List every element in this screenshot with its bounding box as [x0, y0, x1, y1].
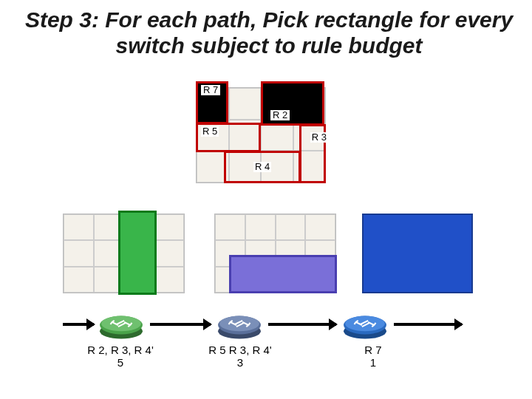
rect-r7-label: R 7	[201, 85, 220, 95]
switch-3-count: 1	[329, 356, 417, 369]
arrow-4	[394, 323, 462, 326]
switch-2-label: R 5 R 3, R 4' 3	[196, 344, 284, 369]
svg-point-2	[101, 316, 141, 332]
rect-r2: R 2	[261, 81, 324, 126]
switch-2-count: 3	[196, 356, 284, 369]
svg-point-8	[345, 316, 385, 332]
rect-r2-label: R 2	[270, 110, 290, 120]
panel-1-overlay	[118, 211, 157, 295]
switch-panels	[63, 214, 477, 302]
rect-r4: R 4	[224, 151, 301, 183]
rect-r5-label: R 5	[201, 126, 219, 137]
rule-space-grid: R 7 R 2 R 5 R 3 R 4	[196, 87, 326, 183]
arrow-3	[268, 323, 336, 326]
rect-r4-label: R 4	[253, 162, 271, 172]
panel-2-overlay	[229, 255, 337, 293]
switch-2	[216, 310, 262, 341]
panel-3-solid	[362, 214, 473, 293]
switch-1-count: 5	[76, 356, 165, 369]
path-flow	[63, 308, 484, 349]
panel-3	[362, 214, 473, 293]
rect-r7: R 7	[196, 81, 228, 124]
switch-3-label: R 7 1	[329, 344, 417, 369]
switch-2-rules: R 5 R 3, R 4'	[196, 344, 284, 356]
slide-title: Step 3: For each path, Pick rectangle fo…	[13, 7, 525, 58]
arrow-2	[150, 323, 211, 326]
svg-point-5	[219, 316, 259, 332]
switch-3-rules: R 7	[329, 344, 417, 356]
rect-r3: R 3	[299, 124, 326, 183]
switch-3	[342, 310, 388, 341]
switch-1	[98, 310, 144, 341]
rect-r5: R 5	[196, 123, 261, 152]
rect-r3-label: R 3	[310, 132, 328, 143]
panel-1	[63, 214, 185, 293]
arrow-1	[63, 323, 94, 326]
switch-1-rules: R 2, R 3, R 4'	[76, 344, 165, 356]
panel-2	[214, 214, 336, 293]
switch-1-label: R 2, R 3, R 4' 5	[76, 344, 165, 369]
